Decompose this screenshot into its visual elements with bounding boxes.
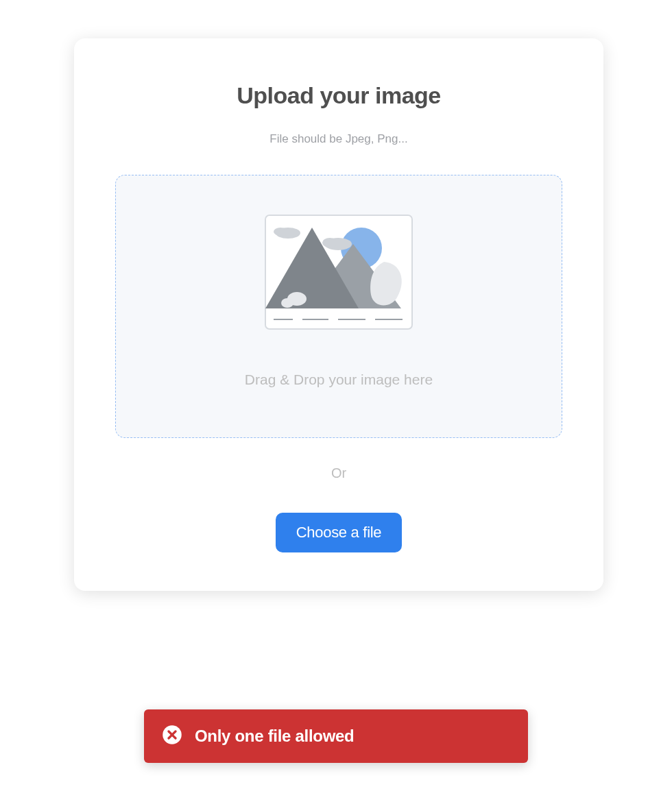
upload-subtitle: File should be Jpeg, Png... xyxy=(115,132,562,146)
dropzone-text: Drag & Drop your image here xyxy=(245,372,433,388)
upload-card: Upload your image File should be Jpeg, P… xyxy=(74,38,603,591)
dropzone[interactable]: Drag & Drop your image here xyxy=(115,175,562,438)
error-toast: Only one file allowed xyxy=(144,709,528,763)
upload-title: Upload your image xyxy=(115,82,562,109)
toast-message: Only one file allowed xyxy=(195,727,354,746)
svg-point-5 xyxy=(274,228,287,236)
choose-file-button[interactable]: Choose a file xyxy=(276,513,403,552)
svg-point-9 xyxy=(281,298,293,308)
error-icon xyxy=(162,725,182,748)
image-placeholder-icon xyxy=(264,214,413,333)
svg-point-7 xyxy=(322,238,337,247)
separator-label: Or xyxy=(115,465,562,481)
